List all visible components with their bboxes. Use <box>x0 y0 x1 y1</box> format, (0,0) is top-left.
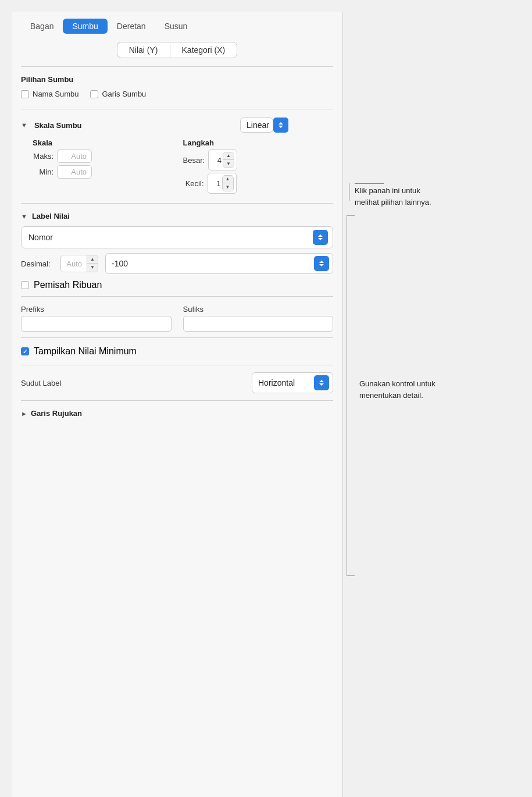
kecil-label: Kecil: <box>183 179 204 188</box>
sudut-stepper-btn[interactable] <box>314 375 329 390</box>
kecil-input[interactable]: 1 ▲ ▼ <box>208 173 237 194</box>
besar-label: Besar: <box>183 156 205 165</box>
prefix-suffix-grid: Prefiks Sufiks <box>21 305 333 332</box>
divider-3 <box>21 203 333 204</box>
min-label: Min: <box>33 168 53 176</box>
divider-5 <box>21 337 333 338</box>
axis-nilai-y[interactable]: Nilai (Y) <box>117 42 170 58</box>
callout2: Gunakan kontrol untukmenentukan detail. <box>359 378 435 401</box>
skala-sumbu-row: ▼ Skala Sumbu Linear <box>12 112 342 136</box>
nama-sumbu-checkbox[interactable] <box>21 90 29 98</box>
tab-sumbu[interactable]: Sumbu <box>63 19 107 34</box>
kecil-stepper[interactable]: ▲ ▼ <box>222 175 234 191</box>
tampilkan-checkbox[interactable] <box>21 347 29 355</box>
pemisah-row: Pemisah Ribuan <box>12 276 342 294</box>
sufiks-input[interactable] <box>183 316 334 332</box>
min-value: Auto <box>71 168 87 176</box>
prefix-suffix-section: Prefiks Sufiks <box>12 299 342 335</box>
skala-sumbu-collapse-icon[interactable]: ▼ <box>21 122 27 129</box>
skala-sumbu-value: Linear <box>247 120 269 130</box>
divider-2 <box>21 109 333 109</box>
tampilkan-row: Tampilkan Nilai Minimum <box>12 340 342 362</box>
skala-sumbu-select[interactable]: Linear <box>240 118 273 133</box>
besar-input[interactable]: 4 ▲ ▼ <box>208 150 237 170</box>
pemisah-label: Pemisah Ribuan <box>34 280 102 290</box>
maks-label: Maks: <box>33 152 53 161</box>
divider-4 <box>21 296 333 297</box>
kecil-stepper-down[interactable]: ▼ <box>223 183 233 191</box>
garis-sumbu-label: Garis Sumbu <box>102 90 146 98</box>
langkah-col-title: Langkah <box>183 138 334 147</box>
label-nilai-title: Label Nilai <box>32 212 70 220</box>
tampilkan-label: Tampilkan Nilai Minimum <box>34 346 137 357</box>
auto-stepper-btns: ▲ ▼ <box>87 255 98 272</box>
checkbox-row: Nama Sumbu Garis Sumbu <box>21 90 333 98</box>
tab-bagan[interactable]: Bagan <box>21 19 63 34</box>
garis-sumbu-checkbox[interactable] <box>90 90 98 98</box>
nama-sumbu-label: Nama Sumbu <box>33 90 78 98</box>
pilihan-sumbu-title: Pilihan Sumbu <box>21 75 333 84</box>
sudut-select[interactable]: Horizontal <box>252 372 333 393</box>
nomor-dropdown-value: Nomor <box>28 233 53 242</box>
nama-sumbu-item[interactable]: Nama Sumbu <box>21 90 78 98</box>
garis-rujukan-row: ► Garis Rujukan <box>12 403 342 424</box>
garis-rujukan-expand-icon[interactable]: ► <box>21 410 27 417</box>
garis-rujukan-label: Garis Rujukan <box>31 409 82 418</box>
sudut-label: Sudut Label <box>21 379 246 387</box>
nomor-stepper-btn[interactable] <box>313 230 328 245</box>
skala-sumbu-label: Skala Sumbu <box>34 121 234 130</box>
desimal-stepper-up[interactable]: ▲ <box>87 255 98 264</box>
axis-switcher: Nilai (Y) Kategori (X) <box>12 34 342 64</box>
min-input[interactable]: Auto <box>57 165 92 179</box>
maks-value: Auto <box>71 152 87 161</box>
callout1-hline <box>355 183 384 184</box>
divider-1 <box>21 66 333 67</box>
auto-stepper[interactable]: Auto ▲ ▼ <box>60 255 98 272</box>
auto-stepper-value: Auto <box>61 257 87 271</box>
desimal-stepper-btn[interactable] <box>314 256 329 271</box>
kecil-stepper-up[interactable]: ▲ <box>223 176 233 183</box>
divider-7 <box>21 400 333 401</box>
nomor-dropdown[interactable]: Nomor <box>21 226 333 248</box>
maks-input[interactable]: Auto <box>57 150 92 163</box>
sudut-row: Sudut Label Horizontal <box>12 368 342 398</box>
divider-6 <box>21 365 333 365</box>
prefiks-label: Prefiks <box>21 305 172 314</box>
tab-deretan[interactable]: Deretan <box>108 19 155 34</box>
kecil-row: Kecil: 1 ▲ ▼ <box>183 173 334 194</box>
pemisah-checkbox[interactable] <box>21 281 29 289</box>
garis-sumbu-item[interactable]: Garis Sumbu <box>90 90 146 98</box>
besar-row: Besar: 4 ▲ ▼ <box>183 150 334 170</box>
brace-line <box>347 215 355 576</box>
callout1: Klik panah ini untukmelihat pilihan lain… <box>349 183 431 208</box>
callout1-vline <box>349 183 350 201</box>
besar-stepper-up[interactable]: ▲ <box>223 152 234 160</box>
skala-col-title: Skala <box>33 138 183 147</box>
sudut-value: Horizontal <box>258 378 295 387</box>
desimal-value-select[interactable]: -100 <box>105 253 333 274</box>
pilihan-sumbu-section: Pilihan Sumbu Nama Sumbu Garis Sumbu <box>12 69 342 106</box>
min-row: Min: Auto <box>33 165 183 179</box>
desimal-stepper-down[interactable]: ▼ <box>87 264 98 272</box>
tab-susun[interactable]: Susun <box>155 19 197 34</box>
prefiks-input[interactable] <box>21 316 172 332</box>
axis-kategori-x[interactable]: Kategori (X) <box>170 42 238 58</box>
label-nilai-collapse-icon[interactable]: ▼ <box>21 213 27 220</box>
annotation-area: Klik panah ini untukmelihat pilihan lain… <box>343 12 520 797</box>
kecil-value: 1 <box>213 179 221 188</box>
tab-bar: Bagan Sumbu Deretan Susun <box>12 12 342 34</box>
besar-stepper-down[interactable]: ▼ <box>223 160 234 168</box>
skala-sumbu-select-row: Linear <box>240 118 333 133</box>
maks-row: Maks: Auto <box>33 150 183 163</box>
besar-value: 4 <box>213 156 222 165</box>
desimal-row: Desimal: Auto ▲ ▼ -100 <box>12 251 342 276</box>
callout2-text: Gunakan kontrol untukmenentukan detail. <box>359 378 435 401</box>
sufiks-label: Sufiks <box>183 305 334 314</box>
callout1-text-wrap: Klik panah ini untukmelihat pilihan lain… <box>355 183 431 208</box>
desimal-label: Desimal: <box>21 259 56 268</box>
skala-sumbu-stepper-btn[interactable] <box>273 118 288 133</box>
callout1-text: Klik panah ini untukmelihat pilihan lain… <box>355 185 431 208</box>
besar-stepper[interactable]: ▲ ▼ <box>223 152 234 168</box>
desimal-value: -100 <box>112 259 128 268</box>
scale-step-grid: Skala Maks: Auto Min: Auto Langkah <box>12 136 342 201</box>
